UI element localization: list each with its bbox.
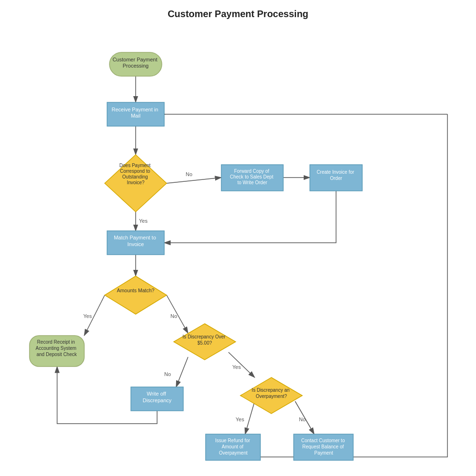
label-no-2: No: [170, 313, 177, 319]
arrow-overpay-yes: [245, 401, 255, 434]
shape-amounts-match: [105, 276, 167, 314]
label-yes-1: Yes: [139, 218, 148, 224]
label-yes-3: Yes: [232, 364, 241, 370]
label-no-3: No: [164, 371, 171, 377]
label-no-4: No: [299, 416, 306, 422]
label-yes-2: Yes: [83, 313, 92, 319]
text-record-receipt: Record Receipt in Accounting System and …: [36, 339, 78, 357]
flowchart: No Yes Yes No No Yes Yes No: [0, 0, 476, 476]
label-no-1: No: [186, 171, 192, 177]
arrow-no-to-forward: [167, 178, 221, 183]
label-yes-4: Yes: [236, 416, 244, 422]
arrow-amounts-no: [167, 295, 188, 333]
text-amounts-match: Amounts Match?: [117, 288, 155, 293]
arrow-disc-no: [176, 357, 188, 387]
arrow-create-to-match: [164, 191, 336, 243]
diagram-container: Customer Payment Processing No Yes Yes: [0, 0, 476, 476]
